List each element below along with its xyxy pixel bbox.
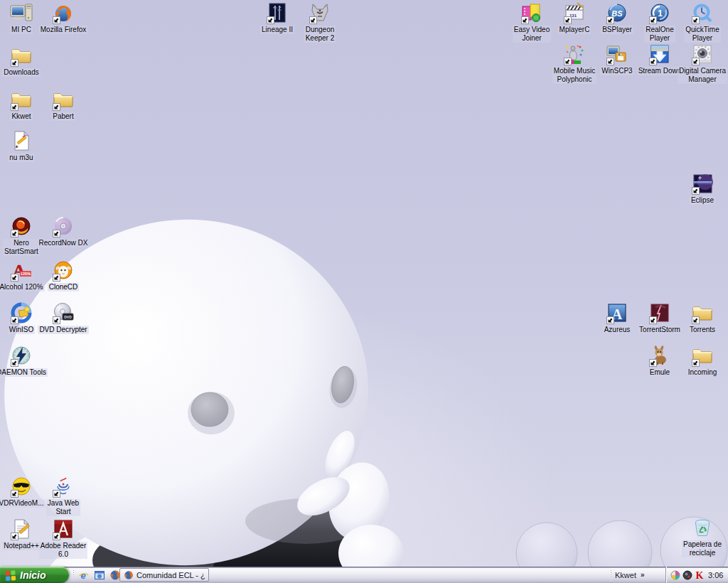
icon-label: CloneCD — [48, 283, 80, 292]
desktop-icon-incoming[interactable]: Incoming — [675, 344, 728, 377]
icon-label: RecordNow DX — [38, 239, 90, 247]
desktop-icon-pabert[interactable]: Pabert — [36, 88, 90, 121]
winscp-icon — [606, 43, 628, 65]
desktop-icon-quicktime-player[interactable]: QuickTime Player — [675, 1, 728, 43]
filmstrips-icon — [520, 1, 543, 24]
shortcut-arrow-icon — [606, 58, 614, 65]
desktop-icon-java-web-start[interactable]: Java Web Start — [36, 475, 90, 516]
adobe-reader-icon — [52, 518, 75, 540]
desktop-icon-dvd-decrypter[interactable]: DVD DVD Decrypter — [36, 301, 90, 334]
desktop-icon-digital-camera-manager[interactable]: Digital Camera Manager — [675, 43, 728, 84]
icon-label: Java Web Start — [46, 499, 80, 516]
icon-label: Adobe Reader 6.0 — [39, 542, 88, 559]
desktop-icon-downloads[interactable]: Downloads — [0, 44, 48, 77]
eclipse-icon — [691, 172, 714, 195]
icon-label: Digital Camera Manager — [678, 67, 727, 84]
quick-launch-internet-explorer[interactable]: e — [77, 568, 90, 582]
desktop-icon-eclipse[interactable]: Eclipse — [675, 172, 728, 205]
tray-dark-round-icon[interactable] — [682, 570, 692, 580]
icon-label: nu m3u — [8, 154, 34, 162]
clapperboard-icon: 131 — [563, 1, 586, 24]
shortcut-arrow-icon — [11, 59, 18, 67]
task-button-firefox-window[interactable]: Comunidad ECL - ¿Có... — [119, 568, 209, 582]
desktop-icon-mozilla-firefox[interactable]: Mozilla Firefox — [36, 1, 90, 34]
shortcut-arrow-icon — [53, 316, 60, 324]
desktop[interactable]: MI PC Mozilla Firefox Downloads Kkwet Pa… — [0, 0, 728, 567]
svg-text:120%: 120% — [21, 272, 31, 276]
daemon-lightning-icon — [10, 344, 33, 367]
folder-icon — [10, 88, 33, 111]
shortcut-arrow-icon — [267, 16, 274, 24]
icon-label: WinISO — [8, 326, 35, 334]
shortcut-arrow-icon — [649, 359, 657, 367]
horned-demon-icon — [309, 1, 331, 24]
shortcut-arrow-icon — [309, 16, 317, 24]
firefox-icon — [124, 570, 134, 580]
shortcut-arrow-icon — [692, 316, 700, 324]
quick-launch-explorer-window[interactable] — [92, 568, 106, 582]
icon-label: Kkwet — [10, 112, 32, 121]
icon-label: Papelera de reciclaje — [682, 540, 723, 557]
donkey-icon — [648, 344, 671, 367]
winiso-icon — [10, 301, 33, 324]
shortcut-arrow-icon — [606, 316, 614, 324]
icon-label: Downloads — [2, 68, 40, 77]
icon-label: Nero StartSmart — [3, 239, 40, 256]
icon-label: RealOne Player — [644, 26, 675, 43]
kkwet-toolbar-label[interactable]: Kkwet — [615, 571, 636, 579]
shortcut-arrow-icon — [649, 16, 657, 24]
wallpaper-illustration — [0, 0, 728, 567]
mobile-music-icon — [563, 43, 586, 65]
tray-clock[interactable]: 3:06 — [708, 571, 723, 579]
shortcut-arrow-icon — [53, 274, 60, 282]
desktop-icon-daemon-tools[interactable]: DAEMON Tools — [0, 344, 48, 377]
dvd-cd-icon: DVD — [52, 301, 75, 324]
desktop-icon-clonecd[interactable]: CloneCD — [36, 259, 90, 292]
screen: MI PC Mozilla Firefox Downloads Kkwet Pa… — [0, 0, 728, 583]
icon-label: Easy Video Joiner — [513, 26, 551, 43]
bsplayer-icon: BS — [606, 1, 628, 24]
azureus-a-icon: A — [606, 301, 628, 324]
shortcut-arrow-icon — [11, 274, 18, 282]
icon-label: BSPlayer — [601, 26, 633, 34]
start-button[interactable]: Inicio — [0, 567, 69, 583]
tray-kaspersky-icon[interactable]: K — [695, 570, 705, 580]
shortcut-arrow-icon — [11, 533, 18, 540]
icon-label: Torrents — [688, 326, 717, 334]
download-arrow-icon — [648, 43, 671, 65]
svg-text:K: K — [696, 570, 704, 580]
icon-label: WinSCP3 — [600, 67, 633, 75]
desktop-icon-recordnow-dx[interactable]: RecordNow DX — [36, 215, 90, 247]
icon-label: MplayerC — [558, 26, 592, 34]
shortcut-arrow-icon — [521, 16, 529, 24]
kkwet-toolbar-overflow-chevron[interactable]: » — [639, 567, 646, 583]
tray-colorwheel-icon[interactable] — [670, 570, 680, 580]
desktop-icon-nu-m3u[interactable]: nu m3u — [0, 129, 48, 162]
shortcut-arrow-icon — [606, 16, 614, 24]
svg-text:DVD: DVD — [64, 315, 72, 319]
shortcut-arrow-icon — [53, 16, 60, 24]
icon-label: Lineage II — [260, 26, 294, 34]
storm-lightning-icon — [648, 301, 671, 324]
icon-label: Pabert — [51, 112, 75, 121]
lineage2-icon — [266, 1, 289, 24]
icon-label: DAEMON Tools — [0, 368, 48, 377]
shortcut-arrow-icon — [564, 16, 572, 24]
icon-label: Azureus — [603, 326, 632, 334]
shortcut-arrow-icon — [692, 187, 700, 195]
alcohol-a-icon: A120% — [10, 259, 33, 282]
desktop-icon-recycle-bin[interactable]: Papelera de reciclaje — [675, 516, 728, 557]
folder-icon — [10, 44, 33, 67]
desktop-icon-adobe-reader[interactable]: Adobe Reader 6.0 — [36, 518, 90, 559]
task-button-label: Comunidad ECL - ¿Có... — [136, 571, 205, 579]
recycle-bin-icon — [691, 516, 714, 539]
desktop-icon-torrents[interactable]: Torrents — [675, 301, 728, 334]
nero-icon — [10, 215, 33, 237]
svg-text:e: e — [80, 569, 85, 580]
shortcut-arrow-icon — [11, 359, 18, 367]
desktop-icon-dungeon-keeper-2[interactable]: Dungeon Keeper 2 — [293, 1, 347, 43]
icon-label: Mozilla Firefox — [39, 26, 87, 34]
toolbar-grip[interactable] — [73, 569, 75, 581]
svg-text:1: 1 — [658, 9, 663, 18]
toolbar-grip[interactable] — [610, 569, 612, 581]
